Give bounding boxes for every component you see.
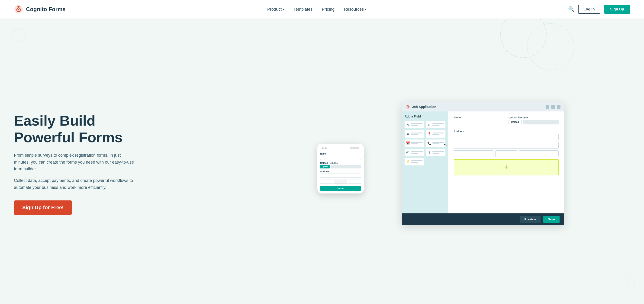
field-item-address[interactable]: 📍 [426, 130, 446, 138]
phone-address-input[interactable] [320, 174, 361, 178]
phone-mockup: Name Upload Resume Upload Address Submit [317, 144, 364, 194]
field-line-12 [432, 143, 440, 144]
hero-left: Easily Build Powerful Forms From simple … [14, 112, 322, 215]
field-item-section[interactable]: ⚡ [404, 158, 424, 165]
search-icon[interactable]: 🔍 [568, 6, 574, 12]
upload-button[interactable]: Upload [508, 120, 522, 124]
phone-upload-bar [331, 165, 361, 168]
phone-zip-input[interactable] [348, 180, 361, 184]
hero-subtext-1: From simple surveys to complex registrat… [14, 152, 134, 173]
form-canvas: Name Upload Resume Upload [448, 111, 564, 213]
navbar: Cognito Forms Product ▾ Templates Pricin… [0, 0, 644, 18]
nav-pricing[interactable]: Pricing [322, 7, 334, 12]
svg-point-5 [408, 107, 408, 107]
phone-name-label: Name [320, 152, 361, 155]
field-grid: A ☺ [404, 121, 446, 165]
hero-headline: Easily Build Powerful Forms [14, 112, 313, 146]
phone-bar [350, 147, 359, 149]
field-lines-label [411, 151, 423, 154]
upload-bar [523, 120, 559, 124]
field-item-file[interactable]: ⬆ [426, 149, 446, 156]
form-col-upload: Upload Resume Upload [508, 116, 559, 126]
titlebar-controls [546, 105, 560, 109]
field-lines-choice [432, 123, 444, 126]
save-button[interactable]: Save [543, 216, 560, 223]
field-item-date[interactable]: 📅 [404, 139, 424, 147]
desktop-body: Add a Field A ☺ [402, 111, 564, 213]
upload-field-label: Upload Resume [508, 116, 559, 119]
product-chevron-icon: ▾ [283, 8, 284, 11]
field-line-11 [432, 142, 444, 143]
section-field-icon: ⚡ [406, 160, 410, 164]
app-title: Job Application [412, 105, 436, 109]
field-line-15 [432, 151, 444, 152]
address-city-input[interactable] [454, 150, 494, 157]
phone-dot-2 [325, 147, 327, 149]
upload-row: Upload [508, 120, 559, 124]
field-item-text[interactable]: A [404, 121, 424, 128]
field-line-1 [411, 123, 423, 124]
field-item-phone[interactable]: 📞 ↖ [426, 139, 446, 147]
file-field-icon: ⬆ [427, 151, 431, 154]
form-col-name: Name [454, 116, 504, 126]
phone-upload-row: Upload [320, 165, 361, 168]
window-minimize-button[interactable] [546, 105, 549, 109]
hero-right: Name Upload Resume Upload Address Submit [322, 102, 630, 225]
signup-hero-button[interactable]: Sign Up for Free! [14, 200, 72, 215]
name-field-input[interactable] [454, 120, 504, 126]
label-field-icon: 🏷 [406, 151, 410, 154]
nav-templates[interactable]: Templates [294, 7, 312, 12]
address-state-select[interactable] [495, 150, 517, 157]
field-line-10 [411, 143, 418, 144]
phone-name-input[interactable] [320, 156, 361, 160]
phone-upload-button[interactable]: Upload [320, 165, 330, 168]
phone-field-icon: 📞 [427, 141, 431, 145]
field-lines-text [411, 123, 423, 126]
address-line1-input[interactable] [454, 134, 559, 140]
phone-dot-1 [322, 147, 324, 149]
phone-submit-button[interactable]: Submit [320, 186, 361, 191]
desktop-mockup: Job Application Add a Field A [402, 102, 564, 225]
nav-links: Product ▾ Templates Pricing Resources ▾ [267, 7, 366, 12]
login-button[interactable]: Log In [578, 5, 600, 14]
window-maximize-button[interactable] [551, 105, 555, 109]
field-lines-section [411, 160, 423, 163]
signup-nav-button[interactable]: Sign Up [604, 5, 630, 14]
phone-state-select[interactable] [334, 180, 347, 184]
field-item-choice[interactable]: ☺ [426, 121, 446, 128]
field-line-7 [432, 133, 444, 133]
field-line-4 [432, 125, 440, 126]
field-line-6 [411, 134, 418, 135]
desktop-bottom-bar: Preview Save [402, 213, 564, 225]
field-lines-multiline [411, 133, 423, 135]
field-item-multiline[interactable]: ≡ [404, 130, 424, 138]
field-item-label[interactable]: 🏷 [404, 149, 424, 156]
brand-name: Cognito Forms [26, 6, 66, 12]
add-field-canvas-button[interactable]: + [454, 159, 559, 175]
nav-resources[interactable]: Resources ▾ [344, 7, 366, 12]
field-lines-phone [432, 142, 444, 144]
address-zip-input[interactable] [519, 150, 559, 157]
nav-actions: 🔍 Log In Sign Up [568, 5, 630, 14]
text-field-icon: A [406, 123, 410, 126]
deco-circle-1 [12, 28, 26, 42]
logo-icon [14, 5, 23, 14]
phone-city-input[interactable] [320, 180, 333, 184]
titlebar-logo-icon [406, 104, 410, 109]
svg-point-2 [18, 9, 19, 10]
phone-address-label: Address [320, 170, 361, 173]
name-field-label: Name [454, 116, 504, 119]
field-line-18 [411, 162, 418, 163]
address-line2-input[interactable] [454, 142, 559, 149]
titlebar-logo-area: Job Application [406, 104, 436, 109]
form-row-name-upload: Name Upload Resume Upload [454, 116, 559, 126]
nav-product[interactable]: Product ▾ [267, 7, 284, 12]
field-lines-address [432, 133, 444, 135]
multiline-field-icon: ≡ [406, 132, 410, 136]
logo[interactable]: Cognito Forms [14, 5, 66, 14]
preview-button[interactable]: Preview [520, 216, 540, 223]
address-field-label: Address [454, 130, 559, 133]
window-close-button[interactable] [557, 105, 560, 109]
resources-chevron-icon: ▾ [365, 8, 366, 11]
field-line-5 [411, 133, 423, 133]
